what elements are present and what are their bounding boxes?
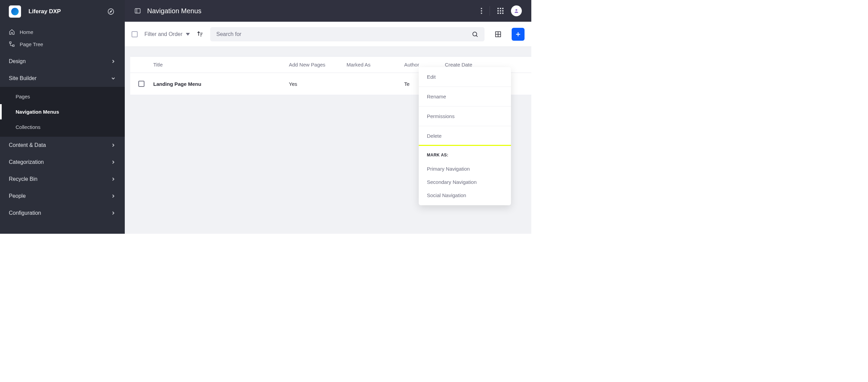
col-add-new[interactable]: Add New Pages — [289, 62, 347, 68]
svg-rect-3 — [13, 45, 14, 46]
nav-section-categorization-label: Categorization — [9, 159, 44, 165]
row-checkbox[interactable] — [138, 81, 144, 87]
svg-point-6 — [481, 8, 482, 9]
menu-delete[interactable]: Delete — [419, 126, 511, 146]
svg-rect-10 — [500, 8, 501, 9]
brand-logo[interactable] — [9, 5, 21, 18]
filter-order-dropdown[interactable]: Filter and Order — [144, 31, 190, 37]
svg-point-23 — [473, 32, 477, 36]
kebab-icon[interactable] — [481, 8, 482, 14]
nav-sub-pages-label: Pages — [16, 94, 30, 99]
chevron-down-icon — [111, 76, 116, 81]
row-actions[interactable] — [510, 81, 523, 87]
nav-section-recycle-bin-head[interactable]: Recycle Bin — [0, 171, 125, 188]
menu-permissions[interactable]: Permissions — [419, 107, 511, 126]
svg-marker-1 — [110, 11, 112, 13]
menu-edit-label: Edit — [427, 74, 436, 80]
menu-edit[interactable]: Edit — [419, 67, 511, 87]
topbar-divider — [490, 6, 490, 16]
brand-logo-inner — [11, 8, 19, 15]
col-author[interactable]: Author — [404, 62, 445, 68]
menu-delete-label: Delete — [427, 133, 441, 139]
nav-sub-navigation-menus[interactable]: Navigation Menus — [0, 104, 125, 119]
page-tree-icon — [9, 41, 15, 47]
svg-rect-4 — [135, 8, 140, 13]
menu-mark-social-label: Social Navigation — [427, 192, 466, 198]
nav-sub-pages[interactable]: Pages — [0, 89, 125, 104]
nav-section-configuration: Configuration — [0, 205, 125, 222]
svg-point-18 — [515, 9, 517, 11]
svg-rect-14 — [502, 10, 504, 12]
plus-icon — [515, 31, 521, 37]
nav-sub-site-builder: Pages Navigation Menus Collections — [0, 87, 125, 137]
sort-icon[interactable] — [197, 31, 203, 38]
nav-section-site-builder-head[interactable]: Site Builder — [0, 70, 125, 87]
nav-section-site-builder: Site Builder Pages Navigation Menus Coll… — [0, 70, 125, 137]
search-icon[interactable] — [472, 31, 478, 38]
nav-page-tree[interactable]: Page Tree — [0, 38, 125, 50]
menu-mark-as-header: MARK AS: — [427, 153, 503, 157]
nav-home[interactable]: Home — [0, 26, 125, 38]
menu-mark-secondary[interactable]: Secondary Navigation — [427, 175, 503, 189]
nav-section-content-data: Content & Data — [0, 137, 125, 154]
svg-rect-9 — [497, 8, 499, 9]
chevron-right-icon — [111, 159, 116, 165]
menu-mark-secondary-label: Secondary Navigation — [427, 179, 477, 185]
menu-mark-social[interactable]: Social Navigation — [427, 189, 503, 202]
menu-mark-primary-label: Primary Navigation — [427, 166, 470, 172]
nav-section-design-head[interactable]: Design — [0, 53, 125, 70]
chevron-right-icon — [111, 176, 116, 182]
svg-rect-17 — [502, 13, 504, 14]
nav-sub-collections[interactable]: Collections — [0, 119, 125, 135]
svg-point-8 — [481, 13, 482, 14]
nav-section-people-label: People — [9, 193, 26, 199]
row-add-new: Yes — [289, 81, 347, 87]
view-toggle[interactable] — [491, 27, 505, 41]
search-input[interactable] — [216, 31, 472, 37]
col-title[interactable]: Title — [153, 62, 289, 68]
menu-rename[interactable]: Rename — [419, 87, 511, 107]
apps-grid-icon[interactable] — [497, 8, 504, 14]
nav-sub-navigation-menus-label: Navigation Menus — [16, 109, 59, 115]
topbar-right — [481, 5, 522, 16]
grid-view-icon — [495, 31, 501, 38]
main: Navigation Menus Filter and Order — [125, 0, 531, 234]
svg-rect-16 — [500, 13, 501, 14]
avatar[interactable] — [511, 5, 522, 16]
panel-toggle-icon[interactable] — [134, 7, 147, 14]
svg-rect-12 — [497, 10, 499, 12]
nav-section-design-label: Design — [9, 58, 26, 64]
nav-section-people-head[interactable]: People — [0, 188, 125, 205]
select-all-checkbox[interactable] — [132, 31, 138, 37]
col-marked-as[interactable]: Marked As — [347, 62, 404, 68]
menu-mark-as-section: MARK AS: Primary Navigation Secondary Na… — [419, 145, 511, 205]
nav-section-configuration-head[interactable]: Configuration — [0, 205, 125, 222]
nav-page-tree-label: Page Tree — [20, 41, 43, 47]
sidebar-header: Liferay DXP — [0, 0, 125, 23]
chevron-right-icon — [111, 210, 116, 216]
chevron-right-icon — [111, 142, 116, 148]
row-title: Landing Page Menu — [153, 81, 289, 87]
filter-order-label: Filter and Order — [144, 31, 182, 37]
brand-name: Liferay DXP — [28, 8, 107, 15]
nav-home-label: Home — [20, 29, 33, 35]
nav-section-recycle-bin: Recycle Bin — [0, 171, 125, 188]
nav-section-categorization: Categorization — [0, 154, 125, 171]
add-button[interactable] — [512, 28, 525, 41]
svg-rect-13 — [500, 10, 501, 12]
compass-icon[interactable] — [107, 8, 117, 15]
nav-section-design: Design — [0, 53, 125, 70]
nav-flat: Home Page Tree — [0, 23, 125, 53]
svg-rect-2 — [9, 42, 11, 43]
col-create-date[interactable]: Create Date — [445, 62, 510, 68]
menu-mark-primary[interactable]: Primary Navigation — [427, 162, 503, 175]
nav-section-configuration-label: Configuration — [9, 210, 41, 216]
svg-line-24 — [476, 35, 477, 37]
nav-section-content-data-label: Content & Data — [9, 142, 46, 148]
nav-section-people: People — [0, 188, 125, 205]
chevron-right-icon — [111, 193, 116, 199]
toolbar: Filter and Order — [125, 22, 531, 47]
nav-section-content-data-head[interactable]: Content & Data — [0, 137, 125, 154]
topbar: Navigation Menus — [125, 0, 531, 22]
nav-section-categorization-head[interactable]: Categorization — [0, 154, 125, 171]
